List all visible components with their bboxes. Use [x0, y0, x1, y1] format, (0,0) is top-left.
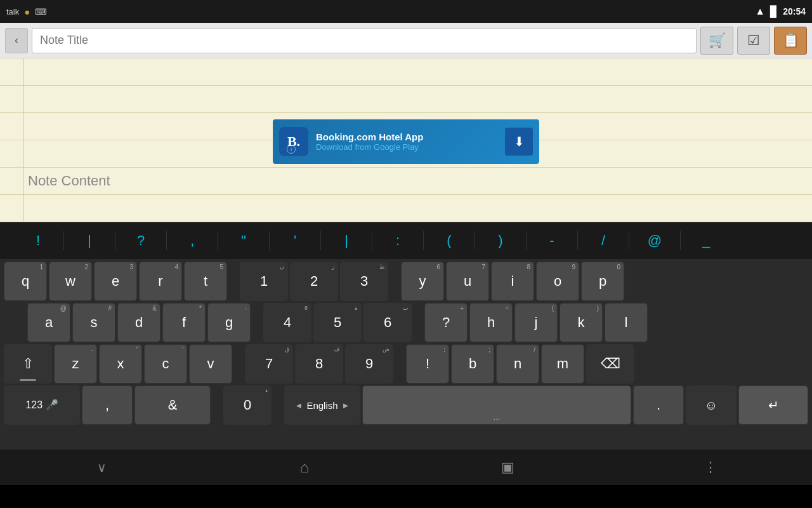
- key-f[interactable]: *f: [162, 303, 206, 342]
- key-b[interactable]: ;b: [451, 344, 494, 384]
- ad-banner[interactable]: B. i Booking.com Hotel App Download from…: [273, 119, 539, 164]
- sym-colon[interactable]: :: [372, 225, 423, 257]
- key-v[interactable]: v: [189, 344, 232, 384]
- ad-text: Booking.com Hotel App Download from Goog…: [316, 131, 497, 152]
- note-title-input[interactable]: [32, 28, 697, 53]
- key-x[interactable]: "x: [99, 344, 142, 384]
- key-s[interactable]: #s: [72, 303, 115, 342]
- key-a[interactable]: @a: [27, 303, 70, 342]
- home-nav-button[interactable]: ⌂: [203, 450, 406, 485]
- key-6[interactable]: ب6: [363, 303, 412, 342]
- sym-at[interactable]: @: [629, 225, 680, 257]
- note-content-placeholder: Note Content: [28, 173, 110, 189]
- emoji-key[interactable]: ☺: [686, 385, 737, 425]
- bottom-nav-bar: ∨ ⌂ ▣ ⋮: [0, 450, 812, 485]
- key-1[interactable]: ں1: [240, 262, 288, 301]
- talk-icon: talk: [6, 7, 19, 17]
- key-exclaim[interactable]: :!: [406, 344, 449, 384]
- key-8[interactable]: ف8: [295, 344, 343, 384]
- cart-button[interactable]: 🛒: [700, 27, 733, 55]
- battery-icon: ▊: [770, 6, 778, 18]
- key-d[interactable]: &d: [117, 303, 160, 342]
- sym-exclaim[interactable]: !: [13, 225, 63, 257]
- sym-pipe1[interactable]: |: [64, 225, 115, 257]
- key-j[interactable]: (j: [514, 303, 558, 342]
- key-dot[interactable]: .: [633, 385, 684, 425]
- menu-nav-icon: ⋮: [704, 459, 717, 476]
- sym-rparen[interactable]: ): [475, 225, 526, 257]
- key-y[interactable]: 6y: [401, 262, 444, 301]
- coin-icon: ●: [24, 6, 30, 17]
- status-left-icons: talk ● ⌨: [6, 6, 47, 17]
- back-button[interactable]: ‹: [5, 28, 28, 53]
- toolbar: ‹ 🛒 ☑ 📋: [0, 23, 812, 58]
- key-4[interactable]: 84: [263, 303, 311, 342]
- sym-squote[interactable]: ': [270, 225, 320, 257]
- shift-key[interactable]: ⇧: [4, 344, 52, 384]
- key-r[interactable]: 4r: [139, 262, 182, 301]
- cart-icon: 🛒: [709, 32, 726, 49]
- sym-pipe2[interactable]: |: [321, 225, 372, 257]
- key-0[interactable]: ء 0: [223, 385, 272, 425]
- ad-download-button[interactable]: ⬇: [505, 128, 533, 156]
- sym-slash[interactable]: /: [578, 225, 629, 257]
- download-icon: ⬇: [514, 134, 525, 149]
- key-t[interactable]: 5t: [184, 262, 227, 301]
- key-c[interactable]: 'c: [144, 344, 187, 384]
- language-label: English: [306, 400, 337, 411]
- back-icon: ‹: [15, 34, 18, 47]
- keyboard-row-3: ⇧ -z "x 'c v ق7 ف8 ض9 :! ;b /n m ⌫: [1, 344, 811, 384]
- key-comma[interactable]: ,: [82, 385, 133, 425]
- spacebar[interactable]: ...: [362, 385, 631, 425]
- menu-nav-button[interactable]: ⋮: [609, 450, 812, 485]
- key-qmark[interactable]: +?: [424, 303, 468, 342]
- key-7[interactable]: ق7: [245, 344, 293, 384]
- back-nav-button[interactable]: ∨: [0, 450, 203, 485]
- key-l[interactable]: l: [605, 303, 648, 342]
- key-g[interactable]: -g: [207, 303, 251, 342]
- note-icon: 📋: [782, 32, 799, 49]
- sym-comma[interactable]: ,: [167, 225, 218, 257]
- sym-lparen[interactable]: (: [424, 225, 475, 257]
- key-q[interactable]: 1q: [4, 262, 47, 301]
- key-p[interactable]: 0p: [581, 262, 624, 301]
- key-i[interactable]: 8i: [491, 262, 534, 301]
- num-switch-key[interactable]: 123 🎤: [4, 385, 80, 425]
- check-button[interactable]: ☑: [737, 27, 770, 55]
- note-button[interactable]: 📋: [774, 27, 807, 55]
- keyboard-row-2: @a #s &d *f -g 84 ة5 ب6 +? =h (j )k l: [1, 303, 811, 342]
- sym-dash[interactable]: -: [527, 225, 577, 257]
- ad-info-icon: i: [287, 145, 296, 154]
- ad-title: Booking.com Hotel App: [316, 131, 497, 142]
- key-9[interactable]: ض9: [345, 344, 393, 384]
- key-5[interactable]: ة5: [313, 303, 362, 342]
- key-n[interactable]: /n: [496, 344, 539, 384]
- delete-key[interactable]: ⌫: [586, 344, 634, 384]
- key-3[interactable]: ط3: [340, 262, 388, 301]
- status-time: 20:54: [783, 6, 806, 17]
- key-h[interactable]: =h: [469, 303, 513, 342]
- keyboard-row-1: 1q 2w 3e 4r 5t ں1 ز2 ط3 6y 7u 8i 9o 0p: [1, 262, 811, 301]
- keyboard-icon: ⌨: [35, 7, 47, 17]
- status-right-icons: ▲ ▊ 20:54: [755, 6, 806, 18]
- key-m[interactable]: m: [541, 344, 584, 384]
- lang-left-arrow: ◄: [295, 401, 303, 410]
- key-o[interactable]: 9o: [536, 262, 579, 301]
- recent-nav-button[interactable]: ▣: [406, 450, 609, 485]
- key-amp[interactable]: &: [134, 385, 211, 425]
- language-key[interactable]: ◄ English ►: [284, 385, 360, 425]
- note-area[interactable]: Note Content B. i Booking.com Hotel App …: [0, 58, 812, 222]
- sym-underscore[interactable]: _: [681, 225, 731, 257]
- back-nav-icon: ∨: [97, 460, 107, 475]
- key-2[interactable]: ز2: [290, 262, 338, 301]
- sym-dquote[interactable]: ": [218, 225, 269, 257]
- key-u[interactable]: 7u: [446, 262, 489, 301]
- key-k[interactable]: )k: [560, 303, 603, 342]
- key-z[interactable]: -z: [54, 344, 97, 384]
- key-w[interactable]: 2w: [49, 262, 92, 301]
- key-e[interactable]: 3e: [94, 262, 137, 301]
- check-icon: ☑: [747, 32, 760, 49]
- sym-question[interactable]: ?: [115, 225, 166, 257]
- enter-key[interactable]: ↵: [738, 385, 808, 425]
- wifi-icon: ▲: [755, 6, 765, 17]
